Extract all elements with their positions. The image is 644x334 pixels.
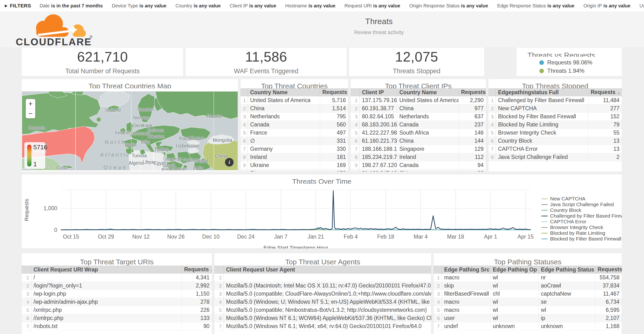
table-row[interactable]: 6Mozilla/5.0 (Windows NT 6.1; WOW64) App… — [214, 314, 431, 322]
table-row[interactable]: 8Java Script Challenge Failed2 — [488, 153, 622, 161]
table-row[interactable]: 5Mozilla/5.0 (compatible; Nimbostratus-B… — [214, 306, 431, 314]
filter-item[interactable]: Edge Response Statusis any value — [497, 3, 574, 8]
table-row[interactable]: 6Country Block13 — [488, 137, 622, 145]
table-row[interactable]: 4Canada560 — [240, 121, 348, 129]
column-header[interactable]: Country Name — [397, 88, 458, 96]
filter-item[interactable]: Origin IPis any value — [584, 3, 630, 8]
panel-title: Top Threat User Agents — [214, 253, 431, 265]
table-row[interactable]: 2/login/?login_only=12,992 — [22, 282, 212, 290]
map-zoom-out-button[interactable]: − — [26, 109, 35, 118]
table-row[interactable]: 6∅331 — [240, 137, 348, 145]
table-row[interactable]: 661.160.221.73China144 — [350, 137, 486, 145]
column-header[interactable]: Requests⌄ — [588, 88, 622, 96]
table-row[interactable]: 1Challenged by Filter Based Firewall11,4… — [488, 96, 622, 105]
map-zoom-in-button[interactable]: + — [26, 99, 35, 109]
table-row[interactable]: 8185.234.219.70Ireland112 — [350, 153, 486, 161]
table-row[interactable]: 7Germany330 — [240, 145, 348, 153]
map-gradient-bar — [27, 145, 32, 167]
chart-legend-item[interactable]: Blocked by Filter Based Firewall — [541, 236, 622, 241]
table-row[interactable]: 6userwlip2,107 — [434, 314, 622, 322]
table-row[interactable]: 5/xmlrpc.php226 — [22, 306, 212, 314]
table-row[interactable]: 6//xmlrpc.php133 — [22, 314, 212, 322]
column-header[interactable]: Country Name — [248, 88, 320, 96]
table-row[interactable]: 8Ireland181 — [240, 153, 348, 161]
chart-legend-item[interactable]: CAPTCHA Error — [541, 219, 622, 224]
map-scale-max: 5716 — [33, 144, 47, 151]
table-row[interactable]: 2Mozilla/5.0 (Macintosh; Intel Mac OS X … — [214, 282, 431, 290]
top-threat-client-ips-panel: Top Threat Client IPs Client IPCountry N… — [350, 79, 486, 172]
column-header[interactable]: Requests⌄ — [595, 265, 622, 274]
threats-vs-requests-legend: Requests 98.06%Threats 1.94% — [516, 59, 622, 74]
table-row[interactable]: 5Browser Integrity Check55 — [488, 129, 622, 137]
table-row[interactable]: 4Mozilla/5.0 (Windows; U; Windows NT 5.1… — [214, 298, 431, 306]
table-row[interactable]: 468.183.200.167Canada237 — [350, 121, 486, 129]
table-row[interactable]: 9198.27.67.120Canada94 — [350, 161, 486, 169]
column-header[interactable]: Requests⌄ — [320, 88, 348, 96]
chart-legend-item[interactable]: Browser Integrity Check — [541, 225, 622, 230]
column-header[interactable]: Client Request URI Wrap — [31, 265, 182, 274]
table-row[interactable]: 3/wp-login.php1,150 — [22, 290, 212, 298]
chart-legend-item[interactable]: Blocked by Rate Limiting — [541, 231, 622, 235]
table-row[interactable]: 380.82.64.105Netherlands637 — [350, 113, 486, 121]
table-row[interactable]: 7188.166.188.152Singapore129 — [350, 145, 486, 153]
column-header[interactable]: Client IP — [360, 88, 397, 96]
column-header[interactable]: Edge Pathing Src — [442, 265, 490, 274]
table-row[interactable]: 1061.160.247.127China88 — [350, 169, 486, 172]
filter-item[interactable]: Countryis any value — [176, 3, 220, 8]
series-challenged-by-filter-based-firewall — [61, 191, 530, 230]
map-info-button[interactable]: i — [225, 158, 234, 167]
table-row[interactable]: 4Blocked by Rate Limiting79 — [488, 121, 622, 129]
table-row[interactable]: 1macrowlnr554,758 — [434, 274, 622, 282]
chart-legend-item[interactable]: New CAPTCHA — [541, 196, 622, 201]
table-row[interactable]: 7CAPTCHA Error13 — [488, 145, 622, 153]
filter-item[interactable]: Client IPis any value — [230, 3, 276, 8]
table-row[interactable]: 3Mozilla/5.0 (compatible; CloudFlare-Alw… — [214, 290, 431, 298]
x-tick-label: Apr 1 — [484, 234, 497, 240]
legend-line-icon — [541, 216, 548, 216]
filter-item-list: Dateis in the past 7 monthsDevice Typeis… — [40, 3, 644, 9]
table-row[interactable]: 4/wp-admin/admin-ajax.php278 — [22, 298, 212, 306]
column-header[interactable]: Edge Pathing Status — [538, 265, 595, 274]
filter-item[interactable]: Request URIis any value — [344, 3, 400, 8]
table-row[interactable]: 3Netherlands795 — [240, 113, 348, 121]
table-row[interactable]: 4macrowlse6,734 — [434, 298, 622, 306]
filters-toggle[interactable]: ▶ FILTERS — [5, 3, 31, 9]
legend-line-icon — [541, 221, 548, 222]
table-row[interactable]: 7/robots.txt90 — [22, 322, 212, 330]
world-map[interactable]: CanadaUnitedStatesMexicoCubaIcelandIrela… — [22, 91, 238, 170]
table-row[interactable]: 7undefunknownunknown1,168 — [434, 322, 622, 330]
table-row[interactable]: 2New CAPTCHA277 — [488, 105, 622, 113]
table-row[interactable]: 1137.175.79.166United States of America2… — [350, 96, 486, 105]
panel-title: Top Threat Target URIs — [22, 253, 212, 265]
map-color-scale: 5716 1 — [24, 142, 45, 169]
column-header[interactable]: Edgepathingstatus Full — [496, 88, 588, 96]
filter-item[interactable]: Origin Response Statusis any value — [409, 3, 488, 8]
filter-item[interactable]: Device Typeis any value — [112, 3, 166, 8]
table-row[interactable]: 2skipwlaoCrawl37,834 — [434, 282, 622, 290]
table-row[interactable]: 1 — [214, 274, 431, 282]
chart-legend-item[interactable]: Java Script Challenge Failed — [541, 202, 622, 207]
table-row[interactable]: 9Ukraine169 — [240, 161, 348, 169]
table-row[interactable]: 7Mozilla/5.0 (Windows NT 6.1; Win64; x64… — [214, 322, 431, 330]
chart-legend-item[interactable]: Country Block — [541, 208, 622, 213]
table-row[interactable]: 541.222.227.98South Africa146 — [350, 129, 486, 137]
table-row[interactable]: 1/4,341 — [22, 274, 212, 282]
table-row[interactable]: 5France497 — [240, 129, 348, 137]
filter-item[interactable]: User Agentis any value — [640, 3, 644, 8]
table-row[interactable]: 10Singapore158 — [240, 169, 348, 172]
filter-item[interactable]: Hostnameis any value — [285, 3, 336, 8]
table-row[interactable]: 3Blocked by Filter Based Firewall152 — [488, 113, 622, 121]
table-row[interactable]: 5macrowlwl6,595 — [434, 306, 622, 314]
threats-over-time-chart[interactable]: 01,000Oct 15Oct 29Nov 12Nov 26Dec 10Dec … — [22, 184, 622, 249]
table-row[interactable]: 1United States of America5,716 — [240, 96, 348, 105]
table-row[interactable]: 3filterBasedFirewallchlcaptchaNew11,467 — [434, 290, 622, 298]
column-header[interactable]: Edge Pathing Op — [490, 265, 538, 274]
table-row[interactable]: 260.191.38.77China977 — [350, 105, 486, 113]
table-row[interactable]: 2China1,514 — [240, 105, 348, 113]
column-header[interactable]: Client Request User Agent — [224, 265, 431, 274]
cloudflare-cloud-icon — [36, 14, 86, 37]
column-header[interactable]: Requests⌄ — [182, 265, 212, 274]
filter-item[interactable]: Dateis in the past 7 months — [40, 3, 103, 8]
column-header[interactable]: Requests⌄ — [458, 88, 486, 96]
chart-legend-item[interactable]: Challenged by Filter Based Firewall — [541, 213, 622, 218]
